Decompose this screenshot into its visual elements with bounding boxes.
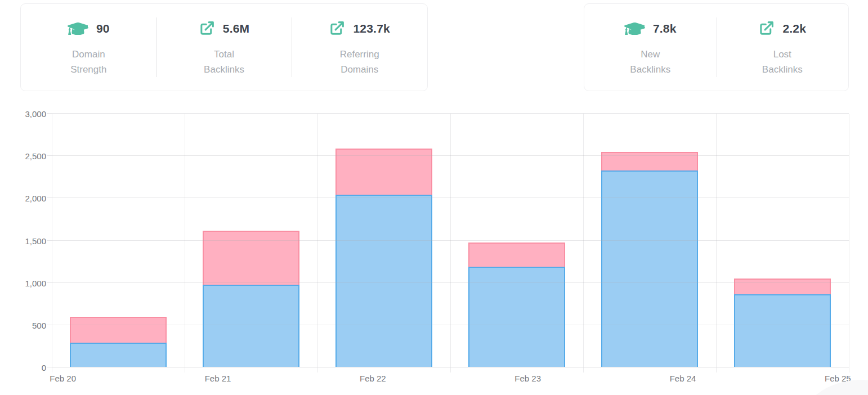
stat-new-backlinks-value-row: 7.8k [624,19,677,38]
bar-segment-blue[interactable] [70,343,166,367]
y-axis-tick-label: 3,000 [25,109,46,119]
y-axis-tick-label: 0 [42,363,46,372]
bar-segment-pink[interactable] [601,152,697,171]
stat-value: 123.7k [353,22,390,35]
stat-domain-strength: 90 Domain Strength [21,4,156,91]
backlinks-stacked-bar-chart: 05001,0001,5002,0002,5003,000Feb 20Feb 2… [52,114,849,367]
gridline-horizontal [52,282,849,283]
bar-slot-feb-21: Feb 21 [185,114,317,367]
x-axis-tick-label: Feb 23 [514,374,541,383]
bar-segment-pink[interactable] [468,243,565,267]
bar-segment-pink[interactable] [203,231,299,285]
stat-total-backlinks-value-row: 5.6M [199,19,250,38]
stat-value: 90 [96,22,110,35]
stat-label: Referring Domains [330,47,389,77]
bar-slot-feb-25: Feb 25 [716,114,849,367]
bar-segment-blue[interactable] [335,195,432,367]
bar-segment-blue[interactable] [601,170,697,367]
stat-lost-backlinks: 2.2k Lost Backlinks [717,4,849,91]
stat-referring-domains: 123.7k Referring Domains [292,4,427,91]
bar-slot-feb-23: Feb 23 [450,114,583,367]
stat-value: 7.8k [653,22,677,35]
y-axis-tick-label: 1,500 [25,236,46,245]
bar-slot-feb-24: Feb 24 [583,114,716,367]
y-axis-tick-label: 2,500 [25,151,46,161]
stat-value: 2.2k [782,22,806,35]
domain-overview-card: 90 Domain Strength 5.6M Total Backlinks … [20,3,428,91]
bar-segment-pink[interactable] [70,317,166,343]
stat-domain-strength-value-row: 90 [68,19,110,38]
x-axis-tick-label: Feb 20 [50,374,76,383]
x-axis-tick-label: Feb 22 [360,374,386,383]
gridline-horizontal [52,155,849,156]
gridline-horizontal [52,198,849,198]
stat-label: New Backlinks [621,47,679,77]
bar-segment-blue[interactable] [734,294,830,367]
graduation-cap-icon [624,20,645,37]
gridline-horizontal [52,113,849,114]
x-axis-tick-label: Feb 24 [670,374,696,383]
gridline-horizontal [52,325,849,325]
external-link-icon [329,20,345,37]
x-axis-tick-label: Feb 21 [205,374,231,383]
x-axis-line [52,367,849,367]
stat-label: Lost Backlinks [753,47,812,77]
y-axis-tick-label: 1,000 [25,278,46,288]
graduation-cap-icon [68,20,88,37]
stat-label: Total Backlinks [195,47,253,77]
stat-new-backlinks: 7.8k New Backlinks [584,4,717,91]
stat-referring-domains-value-row: 123.7k [329,19,390,38]
bar-segment-pink[interactable] [734,279,830,294]
backlinks-change-card: 7.8k New Backlinks 2.2k Lost Backlinks [584,3,849,91]
gridline-horizontal [52,240,849,241]
stat-total-backlinks: 5.6M Total Backlinks [156,4,292,91]
gridline-vertical [849,114,849,372]
stat-value: 5.6M [223,22,250,35]
y-axis-tick-label: 2,000 [25,194,46,203]
bar-slot-feb-20: Feb 20 [52,114,185,367]
external-link-icon [199,20,215,37]
y-axis-tick-label: 500 [32,320,46,330]
external-link-icon [758,20,775,37]
stat-label: Domain Strength [59,47,118,77]
bar-segment-blue[interactable] [203,285,299,367]
bar-slot-feb-22: Feb 22 [317,114,450,367]
stat-lost-backlinks-value-row: 2.2k [758,19,806,38]
